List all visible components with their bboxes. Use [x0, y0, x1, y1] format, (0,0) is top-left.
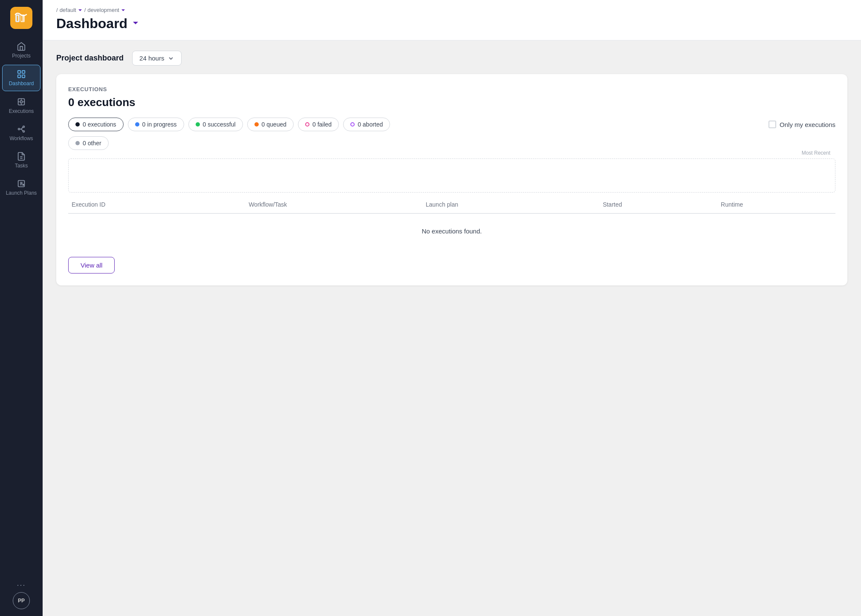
executions-card: Executions 0 executions 0 executions 0 i…: [56, 74, 847, 285]
section-header: Project dashboard 24 hours: [56, 51, 847, 66]
executions-section-label: Executions: [68, 86, 835, 92]
chip-dot-successful: [196, 122, 200, 127]
chart-label: Most Recent: [802, 150, 830, 156]
sidebar-item-executions-label: Executions: [9, 108, 34, 114]
page-content: Project dashboard 24 hours Executions 0 …: [43, 40, 861, 296]
table-col-execution-id: Execution ID: [68, 201, 245, 208]
sidebar-item-workflows-label: Workflows: [9, 135, 33, 141]
time-filter-label: 24 hours: [139, 55, 164, 62]
chip-in-progress[interactable]: 0 in progress: [128, 118, 184, 131]
sidebar-item-dashboard[interactable]: Dashboard: [2, 65, 40, 91]
sidebar-item-launch-plans[interactable]: Launch Plans: [2, 175, 40, 200]
table-empty-message: No executions found.: [68, 214, 835, 248]
executions-table: Execution ID Workflow/Task Launch plan S…: [68, 196, 835, 248]
table-col-started: Started: [599, 201, 717, 208]
chip-aborted[interactable]: 0 aborted: [343, 118, 390, 131]
page-title-dropdown-button[interactable]: [132, 19, 139, 29]
filter-chips-row: 0 executions 0 in progress 0 successful …: [68, 118, 835, 131]
only-my-executions-checkbox[interactable]: [769, 121, 776, 128]
sidebar: Projects Dashboard Executions: [0, 0, 43, 616]
chart-container: Most Recent: [68, 158, 835, 193]
sidebar-item-tasks-label: Tasks: [15, 163, 28, 169]
sidebar-item-launch-plans-label: Launch Plans: [6, 190, 37, 196]
chip-label-queued: 0 queued: [262, 121, 286, 128]
only-my-executions-label: Only my executions: [780, 121, 835, 128]
sidebar-navigation: Projects Dashboard Executions: [0, 37, 43, 579]
chip-label-aborted: 0 aborted: [358, 121, 383, 128]
breadcrumb-slash2: /: [84, 7, 86, 13]
breadcrumb-slash1: /: [56, 7, 58, 13]
main-content: / default / development Dashboard Projec…: [43, 0, 861, 616]
svg-point-15: [23, 184, 24, 185]
chip-dot-queued: [254, 122, 259, 127]
chip-all-executions[interactable]: 0 executions: [68, 118, 124, 131]
table-col-workflow-task: Workflow/Task: [245, 201, 422, 208]
svg-point-10: [23, 126, 25, 128]
svg-rect-6: [22, 75, 25, 78]
sidebar-item-executions[interactable]: Executions: [2, 93, 40, 118]
user-avatar[interactable]: PP: [13, 592, 30, 609]
chart-area: [68, 158, 835, 193]
svg-rect-2: [20, 14, 25, 22]
executions-count: 0 executions: [68, 96, 835, 109]
chip-label-other: 0 other: [83, 140, 101, 147]
chip-other[interactable]: 0 other: [68, 136, 109, 150]
page-title-row: Dashboard: [56, 16, 847, 32]
only-my-executions-toggle[interactable]: Only my executions: [769, 121, 835, 128]
svg-point-8: [20, 101, 23, 103]
breadcrumb-default[interactable]: default: [60, 7, 83, 13]
chip-successful[interactable]: 0 successful: [188, 118, 243, 131]
chip-label-successful: 0 successful: [203, 121, 236, 128]
table-col-launch-plan: Launch plan: [422, 201, 599, 208]
sidebar-more-button[interactable]: ...: [17, 579, 26, 588]
page-title: Dashboard: [56, 16, 127, 32]
svg-rect-4: [22, 71, 25, 73]
table-header: Execution ID Workflow/Task Launch plan S…: [68, 196, 835, 213]
chip-failed[interactable]: 0 failed: [298, 118, 339, 131]
chip-label-failed: 0 failed: [312, 121, 332, 128]
app-logo[interactable]: [10, 7, 32, 29]
chip-queued[interactable]: 0 queued: [247, 118, 294, 131]
chip-dot-aborted: [350, 122, 355, 127]
svg-point-11: [23, 131, 25, 132]
chip-dot-other: [75, 141, 80, 145]
filter-chips-row-2: 0 other: [68, 136, 835, 150]
section-title: Project dashboard: [56, 54, 124, 63]
svg-point-9: [18, 128, 20, 130]
sidebar-item-dashboard-label: Dashboard: [9, 81, 34, 86]
breadcrumb: / default / development: [56, 7, 847, 13]
page-header: / default / development Dashboard: [43, 0, 861, 40]
sidebar-item-projects-label: Projects: [12, 53, 30, 59]
time-filter-select[interactable]: 24 hours: [132, 51, 182, 66]
table-col-runtime: Runtime: [717, 201, 835, 208]
sidebar-item-tasks[interactable]: Tasks: [2, 147, 40, 173]
chip-dot-failed: [305, 122, 309, 127]
svg-rect-3: [18, 71, 20, 73]
chip-label-in-progress: 0 in progress: [142, 121, 177, 128]
breadcrumb-development[interactable]: development: [87, 7, 125, 13]
sidebar-item-workflows[interactable]: Workflows: [2, 120, 40, 146]
chip-dot-in-progress: [135, 122, 139, 127]
chip-dot-all: [75, 122, 80, 127]
chip-label-all: 0 executions: [83, 121, 116, 128]
view-all-button[interactable]: View all: [68, 257, 115, 273]
sidebar-item-projects[interactable]: Projects: [2, 37, 40, 63]
svg-rect-5: [18, 75, 20, 78]
